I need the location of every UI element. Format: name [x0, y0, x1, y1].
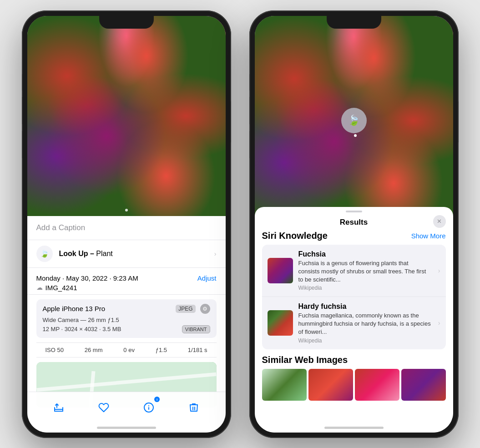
- camera-spec: Wide Camera — 26 mm ƒ1.5: [43, 317, 210, 323]
- web-image-1[interactable]: [262, 369, 307, 401]
- filename: IMG_4241: [45, 284, 77, 292]
- web-image-4[interactable]: [401, 369, 446, 401]
- fuchsia-thumb: [268, 258, 293, 283]
- photo-image-2[interactable]: 🍃: [255, 16, 453, 225]
- device-row: Apple iPhone 13 Pro JPEG ⚙ Wide Camera —…: [36, 299, 217, 338]
- photo-image[interactable]: [27, 16, 226, 216]
- jpeg-badge: JPEG: [176, 305, 195, 313]
- phone-2-screen: 🍃 Results ✕ Siri Knowledge Show More: [255, 16, 453, 433]
- hardy-fuchsia-thumb: [268, 310, 293, 336]
- notch-2: [327, 16, 381, 29]
- similar-web-section: Similar Web Images: [255, 355, 453, 401]
- share-button[interactable]: [49, 398, 69, 418]
- web-images-row: [262, 369, 446, 401]
- notch: [99, 16, 154, 29]
- ev-value: 0 ev: [123, 347, 135, 353]
- vibrant-badge: VIBRANT: [182, 325, 210, 333]
- close-button[interactable]: ✕: [433, 215, 446, 228]
- web-image-3[interactable]: [355, 369, 399, 401]
- visual-lookup-dot: [354, 134, 357, 137]
- phone-2: 🍃 Results ✕ Siri Knowledge Show More: [249, 10, 459, 438]
- hardy-fuchsia-desc: Fuchsia magellanica, commonly known as t…: [298, 312, 431, 337]
- similar-web-title: Similar Web Images: [262, 355, 348, 365]
- show-more-button[interactable]: Show More: [411, 232, 446, 240]
- fuchsia-chevron-icon: ›: [438, 267, 440, 274]
- home-indicator: [97, 427, 156, 429]
- web-image-2[interactable]: [308, 369, 353, 401]
- aperture-value: ƒ1.5: [156, 347, 167, 353]
- adjust-button[interactable]: Adjust: [197, 274, 217, 282]
- hardy-fuchsia-item[interactable]: Hardy fuchsia Fuchsia magellanica, commo…: [262, 297, 446, 349]
- hardy-chevron-icon: ›: [438, 319, 440, 327]
- gear-icon: ⚙: [200, 304, 210, 314]
- lookup-chevron-icon: ›: [214, 250, 217, 257]
- results-title: Results: [340, 218, 368, 227]
- shutter-value: 1/181 s: [188, 347, 207, 353]
- siri-knowledge-title: Siri Knowledge: [262, 231, 328, 241]
- knowledge-card: Fuchsia Fuchsia is a genus of flowering …: [262, 245, 446, 349]
- similar-web-header: Similar Web Images: [262, 355, 446, 365]
- lookup-row[interactable]: 🍃 Look Up – Plant ›: [27, 240, 226, 268]
- home-indicator-2: [324, 427, 384, 429]
- hardy-fuchsia-source: Wikipedia: [298, 337, 431, 344]
- delete-button[interactable]: [184, 398, 204, 418]
- visual-lookup-icon: 🍃: [36, 246, 53, 262]
- fuchsia-source: Wikipedia: [298, 285, 431, 291]
- cloud-icon: ☁: [36, 284, 43, 291]
- hardy-fuchsia-content: Hardy fuchsia Fuchsia magellanica, commo…: [298, 302, 440, 344]
- phone-1: Add a Caption 🍃 Look Up – Plant › Monday…: [22, 10, 231, 438]
- iso-value: ISO 50: [45, 347, 64, 353]
- exif-row: ISO 50 26 mm 0 ev ƒ1.5 1/181 s: [36, 342, 217, 357]
- lookup-label: Look Up – Plant: [59, 250, 113, 258]
- siri-knowledge-section: Siri Knowledge Show More Fuchsia Fuchsia…: [255, 231, 453, 349]
- fuchsia-content: Fuchsia Fuchsia is a genus of flowering …: [298, 250, 440, 292]
- mp-text: 12 MP · 3024 × 4032 · 3.5 MB: [43, 326, 121, 332]
- phone-1-screen: Add a Caption 🍃 Look Up – Plant › Monday…: [27, 16, 226, 433]
- visual-lookup-button[interactable]: 🍃: [341, 108, 367, 133]
- siri-knowledge-header: Siri Knowledge Show More: [262, 231, 446, 241]
- date-text: Monday · May 30, 2022 · 9:23 AM: [36, 274, 138, 282]
- photo-dot-indicator: [125, 209, 128, 211]
- date-row: Monday · May 30, 2022 · 9:23 AM Adjust ☁…: [27, 268, 226, 295]
- device-name: Apple iPhone 13 Pro: [43, 305, 106, 312]
- caption-placeholder[interactable]: Add a Caption: [36, 223, 86, 232]
- results-sheet: Results ✕ Siri Knowledge Show More: [255, 207, 453, 433]
- fuchsia-item[interactable]: Fuchsia Fuchsia is a genus of flowering …: [262, 245, 446, 297]
- favorite-button[interactable]: [94, 398, 114, 418]
- focal-value: 26 mm: [85, 347, 103, 353]
- info-button[interactable]: i: [139, 398, 159, 418]
- fuchsia-name: Fuchsia: [298, 250, 431, 258]
- hardy-fuchsia-name: Hardy fuchsia: [298, 302, 431, 311]
- fuchsia-desc: Fuchsia is a genus of flowering plants t…: [298, 259, 431, 284]
- results-header: Results ✕: [255, 212, 453, 231]
- caption-area[interactable]: Add a Caption: [27, 216, 226, 240]
